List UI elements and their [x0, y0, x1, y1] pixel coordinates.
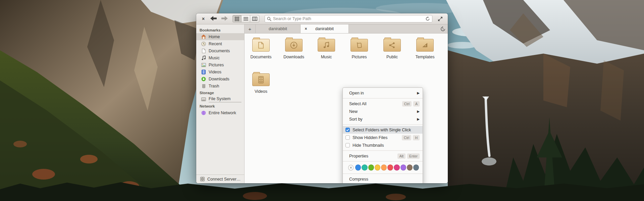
color-swatch-strawberry[interactable] [387, 164, 393, 171]
sidebar-item-music[interactable]: Music [196, 54, 244, 61]
menu-item-open-in[interactable]: Open in ▶ [343, 89, 423, 97]
menu-item-label: Select Folders with Single Click [353, 128, 420, 132]
sidebar-item-downloads[interactable]: Downloads [196, 75, 244, 82]
menu-item-label: Show Hidden Files [353, 135, 400, 140]
path-search-field[interactable] [265, 15, 432, 22]
menu-item-new[interactable]: New ▶ [343, 108, 423, 115]
filmstrip-emblem-icon [258, 76, 264, 83]
folder-downloads[interactable]: Downloads [278, 37, 310, 59]
menu-item-label: Properties [349, 154, 396, 158]
search-input[interactable] [273, 16, 425, 21]
share-emblem-icon [389, 42, 395, 49]
network-globe-icon [201, 110, 206, 116]
file-label: Videos [255, 89, 267, 94]
kbd-alt: Alt [397, 153, 406, 159]
submenu-arrow-icon: ▶ [417, 117, 420, 121]
folder-templates[interactable]: Templates [409, 37, 441, 59]
sidebar-item-label: Music [209, 56, 220, 60]
content-area: + danirabbit × danirabbit [245, 24, 448, 183]
sidebar-item-label: Trash [209, 84, 219, 88]
kbd-enter: Enter [407, 153, 420, 159]
forward-button[interactable] [221, 15, 228, 22]
grid-view-button[interactable] [233, 15, 241, 22]
list-view-icon [244, 17, 248, 21]
sidebar-item-label: Recent [209, 42, 222, 46]
tab-danirabbit-active[interactable]: × danirabbit [300, 24, 349, 33]
sidebar-item-home[interactable]: Home [196, 33, 244, 40]
download-emblem-icon [290, 42, 298, 49]
checkbox-unchecked-icon[interactable] [345, 143, 350, 147]
refresh-button[interactable] [425, 16, 430, 21]
picture-emblem-icon [356, 42, 363, 49]
menu-item-single-click[interactable]: Select Folders with Single Click [343, 126, 423, 134]
menu-separator [343, 150, 423, 151]
fullscreen-button[interactable] [436, 15, 444, 22]
sidebar-item-videos[interactable]: Videos [196, 68, 244, 75]
color-swatch-cocoa[interactable] [407, 164, 413, 171]
color-swatch-grape[interactable] [400, 164, 406, 171]
sidebar-item-label: Downloads [209, 77, 229, 81]
menu-item-compress[interactable]: Compress [343, 175, 423, 183]
menu-separator [343, 174, 423, 174]
sidebar-item-label: Documents [209, 49, 230, 53]
sidebar-item-label: Videos [209, 70, 221, 74]
column-view-button[interactable] [250, 15, 259, 22]
sidebar-item-recent[interactable]: Recent [196, 40, 244, 47]
folder-public[interactable]: Public [376, 37, 408, 59]
folder-pictures[interactable]: Pictures [343, 37, 375, 59]
connect-server-label: Connect Server… [207, 177, 240, 182]
search-icon [267, 17, 271, 21]
color-swatch-bubblegum[interactable] [394, 164, 399, 171]
clear-color-button[interactable]: × [348, 165, 354, 171]
drive-icon [201, 97, 206, 102]
color-swatch-orange[interactable] [381, 164, 387, 171]
sidebar-item-entire-network[interactable]: Entire Network [196, 109, 244, 116]
menu-item-properties[interactable]: Properties Alt Enter [343, 152, 423, 160]
new-tab-button[interactable]: + [245, 24, 256, 33]
sidebar-item-trash[interactable]: Trash [196, 82, 244, 89]
sidebar-item-documents[interactable]: Documents [196, 47, 244, 54]
kbd-a: A [413, 101, 420, 107]
documents-folder-icon [252, 39, 270, 52]
list-view-button[interactable] [241, 15, 250, 22]
tab-label: danirabbit [315, 26, 334, 31]
folder-videos[interactable]: Videos [245, 71, 277, 94]
menu-item-hide-thumbnails[interactable]: Hide Thumbnails [343, 141, 423, 149]
color-swatch-banana[interactable] [375, 164, 380, 171]
folder-music[interactable]: Music [310, 37, 342, 59]
storage-header: Storage [196, 89, 244, 96]
header-bar: × [196, 13, 448, 24]
back-button[interactable] [210, 15, 217, 22]
checkbox-checked-icon[interactable] [345, 128, 350, 132]
network-header: Network [196, 103, 244, 109]
expand-icon [438, 16, 443, 21]
folder-documents[interactable]: Documents [245, 37, 277, 59]
menu-item-sort-by[interactable]: Sort by ▶ [343, 115, 423, 123]
color-swatch-mint[interactable] [362, 164, 367, 171]
sidebar-item-pictures[interactable]: Pictures [196, 61, 244, 68]
kbd-ctrl: Ctrl [402, 101, 412, 107]
connect-server-button[interactable]: Connect Server… [196, 175, 244, 183]
view-switcher [232, 15, 259, 22]
color-swatch-lime[interactable] [368, 164, 374, 171]
column-view-icon [252, 17, 257, 21]
color-swatch-blueberry[interactable] [355, 164, 361, 171]
tab-danirabbit-inactive[interactable]: danirabbit [256, 24, 300, 33]
checkbox-unchecked-icon[interactable] [345, 135, 350, 140]
tab-history-button[interactable] [438, 24, 448, 33]
file-label: Music [321, 55, 332, 59]
sidebar-item-file-system[interactable]: File System [196, 96, 244, 103]
storage-usage-bar [209, 102, 241, 103]
sidebar-item-label: File System [209, 96, 241, 101]
window-close-button[interactable]: × [200, 16, 206, 22]
folder-color-picker: × [343, 163, 423, 172]
menu-item-select-all[interactable]: Select All Ctrl A [343, 100, 423, 108]
menu-item-label: Select All [349, 102, 400, 106]
sidebar-item-label: Entire Network [209, 111, 236, 115]
kbd-ctrl: Ctrl [402, 135, 411, 140]
menu-item-show-hidden[interactable]: Show Hidden Files Ctrl H [343, 134, 423, 141]
menu-item-label: Open in [349, 91, 417, 95]
color-swatch-slate[interactable] [413, 164, 419, 171]
tab-close-button[interactable]: × [303, 26, 309, 31]
submenu-arrow-icon: ▶ [417, 110, 420, 113]
